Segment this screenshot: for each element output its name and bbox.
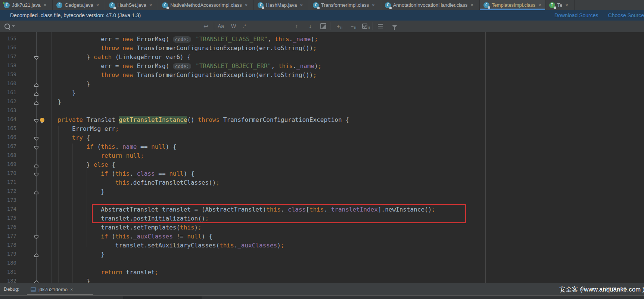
close-icon[interactable]: ×	[44, 2, 47, 8]
line-number[interactable]: 171	[0, 179, 16, 185]
code-line: 175 translet.postInitialization();	[0, 215, 644, 224]
line-number[interactable]: 176	[0, 224, 16, 230]
close-icon[interactable]: ×	[149, 2, 152, 8]
line-number[interactable]: 156	[0, 44, 16, 50]
tab-hashset-java[interactable]: CHashSet.java×	[105, 0, 158, 10]
tab-nativemethodaccessorimpl-class[interactable]: CNativeMethodAccessorImpl.class×	[158, 0, 254, 10]
tab-templatesimpl-class[interactable]: CTemplatesImpl.class×	[480, 0, 545, 10]
lock-icon	[167, 7, 169, 9]
close-icon[interactable]: ×	[470, 2, 473, 8]
debug-tab-jdk7u21demo[interactable]: jdk7u21demo ×	[27, 283, 77, 295]
newline-icon[interactable]: ↩	[203, 21, 208, 32]
line-number[interactable]: 161	[0, 89, 16, 95]
match-case-icon[interactable]: Aa	[218, 21, 224, 32]
fold-marker-icon[interactable]	[34, 191, 38, 194]
fold-marker-icon[interactable]	[34, 101, 38, 105]
previous-occurrence-icon[interactable]: ↑	[295, 21, 298, 32]
fold-marker-icon[interactable]	[34, 173, 38, 176]
line-number[interactable]: 181	[0, 269, 16, 275]
line-number[interactable]: 169	[0, 161, 16, 167]
line-number[interactable]: 158	[0, 62, 16, 68]
line-number[interactable]: 168	[0, 152, 16, 158]
code-text: private Translet getTransletInstance() t…	[43, 116, 349, 123]
fold-marker-icon[interactable]	[34, 119, 38, 123]
line-number[interactable]: 167	[0, 143, 16, 149]
close-icon[interactable]: ×	[565, 2, 568, 8]
code-line: 165 ErrorMsg err;	[0, 125, 644, 134]
close-icon[interactable]: ×	[96, 2, 99, 8]
fold-marker-icon[interactable]	[34, 280, 38, 283]
code-line: 174 AbstractTranslet translet = (Abstrac…	[0, 206, 644, 215]
tab-transformerimpl-class[interactable]: CTransformerImpl.class×	[309, 0, 381, 10]
next-occurrence-icon[interactable]: ↓	[309, 21, 312, 32]
code-text: return translet;	[43, 269, 158, 276]
line-number[interactable]: 162	[0, 98, 16, 104]
line-number[interactable]: 175	[0, 215, 16, 221]
line-number[interactable]: 164	[0, 116, 16, 122]
fold-marker-icon[interactable]	[34, 137, 38, 141]
code-editor[interactable]: 155 err = new ErrorMsg( code: "TRANSLET_…	[0, 32, 644, 283]
tab-te[interactable]: ITe×	[545, 0, 575, 10]
code-text: AbstractTranslet translet = (AbstractTra…	[43, 206, 435, 213]
tab-annotationinvocationhandler-class[interactable]: CAnnotationInvocationHandler.class×	[381, 0, 480, 10]
lock-icon	[389, 7, 392, 9]
find-all-icon[interactable]	[320, 21, 326, 32]
line-number[interactable]: 178	[0, 242, 16, 248]
choose-sources-link[interactable]: Choose Sources	[608, 12, 644, 18]
filter-icon[interactable]	[392, 21, 397, 32]
code-text: err = new ErrorMsg( code: "TRANSLET_CLAS…	[43, 36, 318, 43]
line-number[interactable]: 166	[0, 134, 16, 140]
line-number[interactable]: 172	[0, 188, 16, 194]
code-text: try {	[43, 134, 90, 141]
debug-tab-label: jdk7u21demo	[38, 287, 68, 292]
select-all-occurrences-icon[interactable]: II	[362, 21, 370, 32]
add-occurrence-icon[interactable]: +II	[337, 21, 343, 32]
tab-jdk7u21-java[interactable]: CJdk7u21.java×	[0, 0, 53, 10]
line-number[interactable]: 179	[0, 251, 16, 257]
funnel-icon	[392, 25, 397, 28]
class-icon: C	[4, 2, 10, 8]
line-number[interactable]: 157	[0, 53, 16, 59]
line-number[interactable]: 159	[0, 71, 16, 77]
line-number[interactable]: 163	[0, 107, 16, 113]
close-icon[interactable]: ×	[300, 2, 303, 8]
regex-icon[interactable]: .*	[243, 21, 246, 32]
fold-marker-icon[interactable]	[34, 235, 38, 239]
line-number[interactable]: 173	[0, 197, 16, 203]
line-number[interactable]: 160	[0, 80, 16, 86]
code-text: }	[43, 80, 90, 87]
whole-words-icon[interactable]: W	[231, 21, 236, 32]
fold-marker-icon[interactable]	[34, 164, 38, 167]
line-number[interactable]: 170	[0, 170, 16, 176]
search-icon[interactable]	[4, 21, 15, 32]
close-icon[interactable]: ×	[245, 2, 248, 8]
tab-gadgets-java[interactable]: CGadgets.java×	[53, 0, 105, 10]
remove-occurrence-icon[interactable]: −II	[351, 21, 357, 32]
line-number[interactable]: 155	[0, 36, 16, 41]
download-sources-link[interactable]: Download Sources	[554, 12, 598, 18]
code-text: if (this._class == null) {	[43, 170, 195, 177]
line-number[interactable]: 180	[0, 260, 16, 266]
code-line: 172 }	[0, 188, 644, 197]
fold-marker-icon[interactable]	[34, 92, 38, 96]
fold-marker-icon[interactable]	[34, 83, 38, 87]
fold-marker-icon[interactable]	[34, 56, 38, 60]
code-line: 169 } else {	[0, 161, 644, 170]
line-number[interactable]: 174	[0, 206, 16, 212]
line-number[interactable]: 182	[0, 278, 16, 283]
tab-hashmap-java[interactable]: CHashMap.java×	[254, 0, 309, 10]
search-in-selection-icon[interactable]	[378, 21, 383, 32]
close-icon[interactable]: ×	[70, 287, 73, 292]
lock-icon	[113, 7, 116, 9]
status-bar-segment	[123, 296, 202, 299]
code-line: 167 if (this._name == null) {	[0, 143, 644, 152]
class-icon: C	[385, 2, 391, 8]
fold-marker-icon[interactable]	[34, 146, 38, 150]
close-icon[interactable]: ×	[372, 2, 375, 8]
interface-icon: I	[549, 2, 555, 8]
tab-label: TemplatesImpl.class	[492, 2, 535, 8]
fold-marker-icon[interactable]	[34, 253, 38, 257]
line-number[interactable]: 165	[0, 125, 16, 131]
line-number[interactable]: 177	[0, 233, 16, 239]
close-icon[interactable]: ×	[538, 2, 541, 8]
